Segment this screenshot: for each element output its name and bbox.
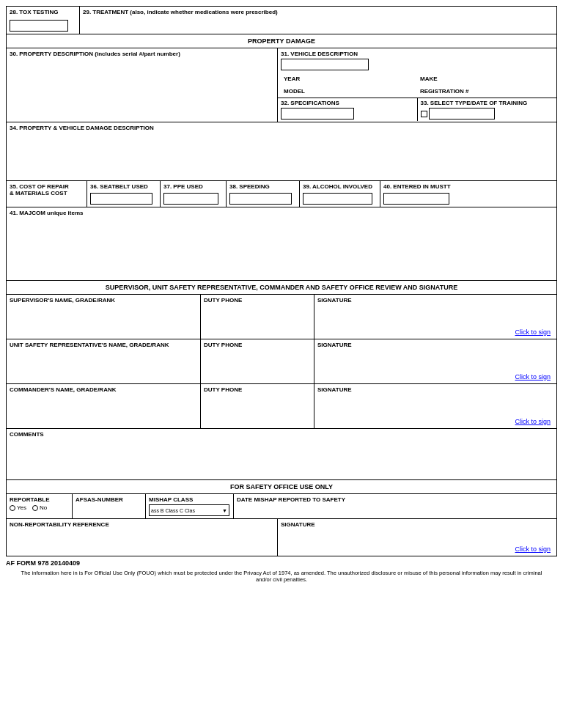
make-label: MAKE — [420, 76, 438, 82]
mishap-class-cell: MISHAP CLASS ass B Class C Clas ▼ — [146, 494, 234, 518]
cell-34: 34. PROPERTY & VEHICLE DAMAGE DESCRIPTIO… — [7, 122, 556, 180]
supervisor-sign-button[interactable]: Click to sign — [515, 328, 551, 336]
non-reportability-label: NON-REPORTABILITY REFERENCE — [10, 521, 274, 528]
property-damage-header: PROPERTY DAMAGE — [7, 34, 556, 48]
cell-35: 35. COST OF REPAIR & MATERIALS COST — [7, 181, 87, 207]
comments-label: COMMENTS — [10, 431, 553, 438]
unit-safety-name-cell: UNIT SAFETY REPRESENTATIVE'S NAME, GRADE… — [7, 339, 201, 383]
cell-40: 40. ENTERED IN MUSTT — [380, 181, 556, 207]
cell-37: 37. PPE USED — [161, 181, 227, 207]
no-option[interactable]: No — [32, 504, 47, 511]
supervisor-sig-cell: SIGNATURE Click to sign — [314, 295, 556, 339]
specs-cell-33: 33. SELECT TYPE/DATE OF TRAINING — [418, 98, 557, 121]
cell-30: 30. PROPERTY DESCRIPTION (includes seria… — [7, 48, 278, 122]
model-reg-row: MODEL REGISTRATION # — [278, 85, 556, 98]
seatbelt-input[interactable] — [90, 193, 152, 205]
alcohol-input[interactable] — [303, 193, 372, 205]
model-cell: MODEL — [281, 87, 417, 96]
commander-sign-button[interactable]: Click to sign — [515, 418, 551, 425]
row-41: 41. MAJCOM unique items — [7, 207, 556, 281]
dropdown-arrow-icon: ▼ — [222, 508, 227, 513]
label-36: 36. SEATBELT USED — [90, 183, 157, 190]
yes-radio[interactable] — [10, 505, 15, 511]
non-reportability-cell: NON-REPORTABILITY REFERENCE — [7, 519, 278, 556]
supervisor-name-cell: SUPERVISOR'S NAME, GRADE/RANK — [7, 295, 201, 339]
commander-sig-label: SIGNATURE — [317, 386, 553, 393]
safety-office-header: FOR SAFETY OFFICE USE ONLY — [7, 480, 556, 494]
label-37: 37. PPE USED — [163, 183, 223, 190]
date-mishap-cell: DATE MISHAP REPORTED TO SAFETY — [234, 494, 556, 518]
mishap-class-label: MISHAP CLASS — [149, 496, 230, 503]
unit-safety-label: UNIT SAFETY REPRESENTATIVE'S NAME, GRADE… — [10, 342, 197, 348]
safety-sig-cell: SIGNATURE Click to sign — [278, 519, 556, 556]
label-28: 28. TOX TESTING — [10, 9, 76, 15]
speeding-input[interactable] — [229, 193, 292, 205]
label-31: 31. VEHICLE DESCRIPTION — [281, 51, 553, 57]
supervisor-row: SUPERVISOR'S NAME, GRADE/RANK DUTY PHONE… — [7, 295, 556, 339]
row-30-31: 30. PROPERTY DESCRIPTION (includes seria… — [7, 48, 556, 122]
cell-31: 31. VEHICLE DESCRIPTION YEAR MAKE MODEL … — [278, 48, 556, 122]
safety-sign-label: Click to sign — [515, 545, 551, 553]
yes-no-area: Yes No — [10, 504, 69, 511]
vehicle-desc-input[interactable] — [281, 59, 369, 70]
mishap-class-value: ass B Class C Clas — [151, 508, 195, 513]
supervisor-sign-label: Click to sign — [515, 328, 551, 336]
yes-label: Yes — [17, 504, 26, 511]
unit-safety-phone-label: DUTY PHONE — [204, 342, 311, 348]
form-container: 28. TOX TESTING 29. TREATMENT (also, ind… — [6, 6, 557, 556]
unit-safety-sig-label: SIGNATURE — [317, 342, 553, 348]
label-38: 38. SPEEDING — [229, 183, 296, 190]
safety-sig-label: SIGNATURE — [281, 521, 553, 528]
row-35-40: 35. COST OF REPAIR & MATERIALS COST 36. … — [7, 181, 556, 207]
label-34: 34. PROPERTY & VEHICLE DAMAGE DESCRIPTIO… — [10, 125, 553, 131]
row-34: 34. PROPERTY & VEHICLE DAMAGE DESCRIPTIO… — [7, 122, 556, 181]
year-make-row: YEAR MAKE — [278, 73, 556, 85]
yes-option[interactable]: Yes — [10, 504, 26, 511]
registration-label: REGISTRATION # — [420, 88, 469, 95]
supervisor-name-label: SUPERVISOR'S NAME, GRADE/RANK — [10, 297, 197, 304]
cell-28: 28. TOX TESTING — [7, 7, 80, 34]
safety-sign-button[interactable]: Click to sign — [515, 545, 551, 553]
mishap-class-dropdown[interactable]: ass B Class C Clas ▼ — [149, 504, 229, 516]
cell-39: 39. ALCOHOL INVOLVED — [300, 181, 380, 207]
row-28-29: 28. TOX TESTING 29. TREATMENT (also, ind… — [7, 7, 556, 34]
commander-name-cell: COMMANDER'S NAME, GRADE/RANK — [7, 384, 201, 428]
label-29: 29. TREATMENT (also, indicate whether me… — [83, 9, 553, 15]
label-32: 32. SPECIFICATIONS — [281, 100, 414, 106]
reportable-label: REPORTABLE — [10, 496, 69, 503]
unit-safety-sign-label: Click to sign — [515, 373, 551, 380]
training-checkbox[interactable] — [421, 111, 427, 117]
ppe-input[interactable] — [163, 193, 218, 205]
no-radio[interactable] — [32, 505, 38, 511]
supervisor-phone-cell: DUTY PHONE — [201, 295, 314, 339]
training-date-input[interactable] — [429, 108, 495, 120]
specs-cell-32: 32. SPECIFICATIONS — [278, 98, 418, 121]
commander-sig-cell: SIGNATURE Click to sign — [314, 384, 556, 428]
input-28[interactable] — [10, 20, 68, 32]
footer-text: The information here in is For Official … — [6, 570, 557, 583]
year-cell: YEAR — [281, 74, 417, 84]
comments-row: COMMENTS — [7, 429, 556, 480]
make-cell: MAKE — [417, 74, 553, 84]
cell-29: 29. TREATMENT (also, indicate whether me… — [80, 7, 556, 34]
mustt-input[interactable] — [383, 193, 449, 205]
specs-input[interactable] — [281, 108, 354, 120]
afsas-label: AFSAS-NUMBER — [76, 496, 142, 503]
supervisor-sig-label: SIGNATURE — [317, 297, 553, 304]
label-39: 39. ALCOHOL INVOLVED — [303, 183, 377, 190]
cell-36: 36. SEATBELT USED — [87, 181, 161, 207]
year-label: YEAR — [284, 76, 300, 82]
unit-safety-sign-button[interactable]: Click to sign — [515, 373, 551, 380]
unit-safety-phone-cell: DUTY PHONE — [201, 339, 314, 383]
registration-cell: REGISTRATION # — [417, 87, 553, 96]
specs-row: 32. SPECIFICATIONS 33. SELECT TYPE/DATE … — [278, 98, 556, 121]
date-mishap-label: DATE MISHAP REPORTED TO SAFETY — [237, 496, 553, 503]
commander-phone-cell: DUTY PHONE — [201, 384, 314, 428]
no-label: No — [40, 504, 47, 511]
supervisor-phone-label: DUTY PHONE — [204, 297, 311, 304]
afsas-cell: AFSAS-NUMBER — [73, 494, 146, 518]
model-label: MODEL — [284, 88, 305, 95]
commander-sign-label: Click to sign — [515, 418, 551, 425]
label-30: 30. PROPERTY DESCRIPTION (includes seria… — [10, 51, 274, 57]
label-41: 41. MAJCOM unique items — [10, 210, 553, 216]
